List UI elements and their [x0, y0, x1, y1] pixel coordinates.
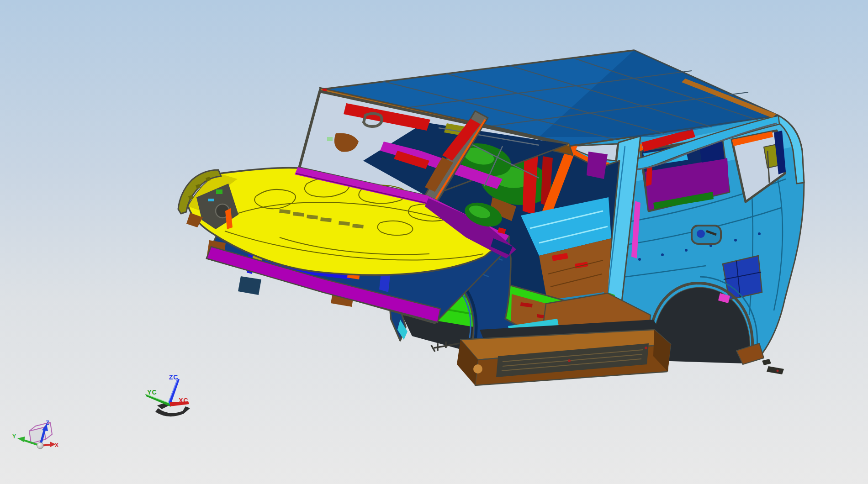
wcs-z-label: ZC	[169, 374, 179, 381]
inner-trim-purple	[587, 152, 608, 179]
door-handle-pocket[interactable]	[692, 226, 721, 244]
board-corner-glint	[473, 364, 482, 374]
cad-viewport[interactable]: ZC YC XC Z Y X	[0, 0, 868, 484]
view-y-label: Y	[12, 433, 16, 440]
pillar-green-clip	[327, 137, 333, 141]
view-x-label: X	[55, 442, 58, 448]
debris-red-dot	[777, 370, 779, 372]
view-origin-ball[interactable]	[37, 442, 43, 449]
cad-canvas[interactable]: ZC YC XC Z Y X	[0, 0, 868, 484]
wcs-y-label: YC	[147, 389, 157, 396]
view-z-label: Z	[46, 420, 49, 426]
tread-red-dot-2	[568, 359, 571, 362]
handle-glint	[697, 230, 705, 238]
wcs-x-label: XC	[179, 397, 188, 404]
interior-red-sliver	[646, 165, 652, 186]
tread-red-dot-1	[645, 347, 647, 349]
